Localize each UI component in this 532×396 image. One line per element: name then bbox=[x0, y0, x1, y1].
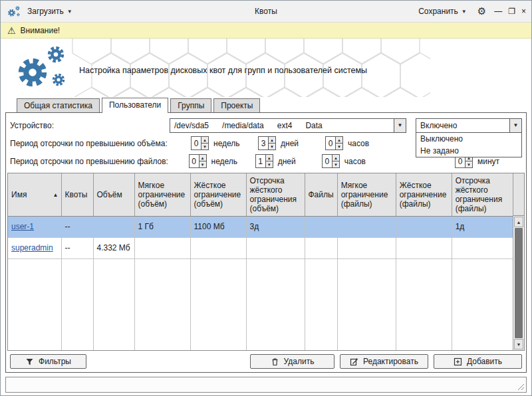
spin-down-icon[interactable]: ▼ bbox=[200, 161, 206, 167]
spin-down-icon[interactable]: ▼ bbox=[266, 161, 273, 167]
tab-general-statistics[interactable]: Общая статистика bbox=[17, 98, 100, 112]
volume-hours-spinner[interactable]: 0 ▲▼ bbox=[325, 136, 343, 150]
save-menu-button[interactable]: Сохранить ▼ bbox=[416, 5, 469, 17]
cell-soft-files bbox=[337, 237, 396, 258]
app-gears-icon bbox=[6, 5, 22, 19]
cell-quotas: -- bbox=[61, 216, 93, 237]
filter-funnel-icon bbox=[25, 357, 34, 366]
status-bar bbox=[5, 377, 527, 393]
scroll-up-button[interactable]: ▲ bbox=[514, 217, 523, 227]
spin-up-icon[interactable]: ▲ bbox=[336, 137, 342, 144]
edit-button[interactable]: Редактировать bbox=[340, 354, 428, 369]
spin-up-icon[interactable]: ▲ bbox=[332, 155, 339, 161]
dropdown-option-disabled[interactable]: Выключено bbox=[416, 133, 521, 145]
spin-down-icon[interactable]: ▼ bbox=[201, 144, 208, 149]
plus-icon bbox=[454, 357, 462, 366]
days-unit-label: дней bbox=[276, 139, 325, 148]
spin-up-icon[interactable]: ▲ bbox=[269, 137, 275, 144]
files-days-spinner[interactable]: 1 ▲▼ bbox=[255, 154, 273, 168]
col-quotas[interactable]: Квоты bbox=[61, 173, 93, 216]
minimize-button[interactable]: — bbox=[494, 7, 502, 16]
device-label: Устройство: bbox=[10, 121, 170, 130]
spin-down-icon[interactable]: ▼ bbox=[269, 144, 275, 149]
scrollbar-thumb[interactable] bbox=[515, 228, 523, 338]
cell-hard-files bbox=[396, 237, 452, 258]
device-select[interactable]: /dev/sda5 /media/data ext4 Data ▼ bbox=[170, 118, 406, 133]
cell-soft-volume: 1 Гб bbox=[134, 216, 190, 237]
device-value: /dev/sda5 /media/data ext4 Data bbox=[170, 119, 394, 132]
tab-projects[interactable]: Проекты bbox=[213, 98, 260, 112]
window-controls: — ❐ × bbox=[494, 7, 526, 16]
cell-soft-files bbox=[337, 216, 396, 237]
spin-up-icon[interactable]: ▲ bbox=[201, 137, 208, 144]
tab-bar: Общая статистика Пользователи Группы Про… bbox=[17, 97, 531, 112]
chevron-down-icon[interactable]: ▼ bbox=[394, 119, 406, 132]
col-name[interactable]: Имя ▲ bbox=[8, 173, 61, 216]
resize-grip[interactable] bbox=[517, 383, 525, 391]
cell-hard-volume bbox=[190, 237, 246, 258]
tab-groups[interactable]: Группы bbox=[170, 98, 211, 112]
user-link[interactable]: user-1 bbox=[11, 222, 34, 231]
maximize-button[interactable]: ❐ bbox=[508, 7, 515, 16]
weeks-unit-label: недель bbox=[207, 157, 255, 166]
col-hard-files[interactable]: Жёсткое ограничение (файлы) bbox=[396, 173, 452, 216]
app-window: Загрузить ▼ Квоты Сохранить ▼ ⚙ — ❐ × ⚠ … bbox=[0, 0, 532, 396]
sort-asc-icon: ▲ bbox=[53, 191, 59, 197]
load-menu-button[interactable]: Загрузить ▼ bbox=[25, 5, 75, 17]
quota-state-value: Включено bbox=[416, 119, 509, 132]
col-soft-files[interactable]: Мягкое ограничение (файлы) bbox=[337, 173, 396, 216]
add-button[interactable]: Добавить bbox=[434, 354, 522, 369]
load-menu-label: Загрузить bbox=[27, 7, 64, 16]
spin-down-icon[interactable]: ▼ bbox=[332, 161, 339, 167]
chevron-down-icon: ▼ bbox=[67, 9, 72, 15]
hours-unit-label: часов bbox=[343, 139, 392, 148]
quota-controls: Устройство: /dev/sda5 /media/data ext4 D… bbox=[6, 113, 526, 171]
delete-button[interactable]: Удалить bbox=[250, 354, 334, 369]
table-row[interactable]: user-1 -- 1 Гб 1100 Мб 3д 1д bbox=[8, 216, 513, 237]
edit-pencil-icon bbox=[350, 357, 358, 366]
col-grace-volume[interactable]: Отсрочка жёсткого ограничения (объём) bbox=[246, 173, 305, 216]
settings-gear-icon[interactable]: ⚙ bbox=[477, 5, 486, 17]
cell-grace-files: 1д bbox=[452, 216, 513, 237]
cell-soft-volume bbox=[134, 237, 190, 258]
days-unit-label: дней bbox=[273, 157, 322, 166]
volume-days-spinner[interactable]: 3 ▲▼ bbox=[258, 136, 276, 150]
col-files[interactable]: Файлы bbox=[305, 173, 337, 216]
grace-files-label: Период отсрочки по превышению файлов: bbox=[10, 157, 189, 166]
scroll-down-button[interactable]: ▼ bbox=[514, 339, 523, 349]
filters-button[interactable]: Фильтры bbox=[10, 354, 86, 369]
files-hours-spinner[interactable]: 0 ▲▼ bbox=[322, 154, 340, 168]
quota-state-select[interactable]: Включено ▼ bbox=[416, 118, 522, 133]
cell-files bbox=[305, 216, 337, 237]
files-weeks-spinner[interactable]: 0 ▲▼ bbox=[189, 154, 207, 168]
quota-state-dropdown-list: Выключено Не задано bbox=[416, 132, 522, 157]
cell-grace-volume bbox=[246, 237, 305, 258]
minutes-unit-label: минут bbox=[473, 157, 522, 166]
tab-users[interactable]: Пользователи bbox=[102, 98, 168, 113]
spin-down-icon[interactable]: ▼ bbox=[336, 144, 342, 149]
chevron-down-icon: ▼ bbox=[462, 9, 467, 15]
table-empty-area bbox=[8, 258, 513, 350]
dropdown-option-notset[interactable]: Не задано bbox=[416, 145, 521, 157]
grace-volume-label: Период отсрочки по превышению объёма: bbox=[10, 139, 191, 148]
table-row[interactable]: superadmin -- 4.332 Мб bbox=[8, 237, 513, 258]
cell-volume bbox=[93, 216, 134, 237]
col-hard-volume[interactable]: Жёсткое ограничение (объём) bbox=[190, 173, 246, 216]
spin-down-icon[interactable]: ▼ bbox=[466, 161, 472, 167]
close-button[interactable]: × bbox=[521, 7, 526, 16]
spin-up-icon[interactable]: ▲ bbox=[200, 155, 206, 161]
col-soft-volume[interactable]: Мягкое ограничение (объём) bbox=[134, 173, 190, 216]
warning-bar: ⚠ Внимание! bbox=[1, 23, 531, 39]
gears-logo bbox=[11, 41, 72, 95]
quota-table: Имя ▲ Квоты Объём Мягкое ограничение (об… bbox=[7, 173, 525, 351]
chevron-down-icon[interactable]: ▼ bbox=[509, 119, 521, 132]
volume-weeks-spinner[interactable]: 0 ▲▼ bbox=[191, 136, 209, 150]
cell-grace-volume: 3д bbox=[246, 216, 305, 237]
spin-up-icon[interactable]: ▲ bbox=[266, 155, 273, 161]
col-volume[interactable]: Объём bbox=[93, 173, 134, 216]
cell-grace-files bbox=[452, 237, 513, 258]
cell-volume: 4.332 Мб bbox=[93, 237, 134, 258]
col-grace-files[interactable]: Отсрочка жёсткого ограничения (файлы) bbox=[452, 173, 513, 216]
cell-quotas: -- bbox=[61, 237, 93, 258]
user-link[interactable]: superadmin bbox=[11, 243, 53, 252]
